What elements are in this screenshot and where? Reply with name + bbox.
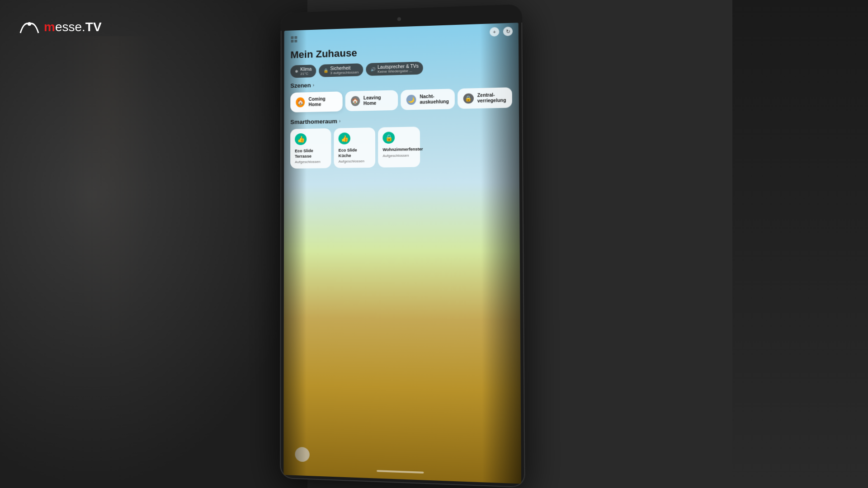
leaving-home-label: Leaving Home (363, 95, 392, 107)
chip-row: ❄ Klima 21°C 🔒 Sicherheit 3 aufgeschloss… (290, 59, 512, 78)
tablet-screen: + ↻ Mein Zuhause ❄ Klima 21°C (283, 23, 521, 483)
device-card-eco-slide-kueche[interactable]: 👍 Eco Slide Küche Aufgeschlossen (334, 127, 376, 168)
coming-home-label: Coming Home (308, 96, 337, 108)
background-right (732, 0, 868, 488)
chip-klima[interactable]: ❄ Klima 21°C (290, 65, 316, 78)
device-card-wohnzimmerfenster[interactable]: 🔒 Wohnzimmerfenster Aufgeschlossen (378, 127, 420, 168)
eco-slide-kueche-status: Aufgeschlossen (339, 159, 371, 164)
eco-slide-kueche-icon: 👍 (339, 132, 350, 145)
leaving-home-icon: 🏠 (350, 96, 359, 106)
eco-slide-terrasse-status: Aufgeschlossen (295, 160, 326, 164)
zentral-label: Zentral-verriegelung (477, 92, 506, 104)
chip-sicherheit[interactable]: 🔒 Sicherheit 3 aufgeschlossen (319, 63, 363, 77)
svg-point-0 (28, 22, 31, 26)
background-left (0, 0, 307, 488)
page-title: Mein Zuhause (290, 42, 512, 61)
grid-icon[interactable] (290, 36, 298, 44)
chip-sicherheit-sub: 3 aufgeschlossen (330, 70, 359, 75)
eco-slide-terrasse-name: Eco Slide Terrasse (295, 148, 326, 159)
logo-svg (16, 16, 43, 38)
home-button[interactable] (295, 447, 309, 462)
device-card-eco-slide-terrasse[interactable]: 👍 Eco Slide Terrasse Aufgeschlossen (290, 128, 331, 169)
zentral-icon: 🔒 (463, 94, 473, 104)
szenen-label-text: Szenen (290, 82, 311, 89)
chip-sicherheit-content: Sicherheit 3 aufgeschlossen (330, 65, 359, 75)
sicherheit-icon: 🔒 (323, 68, 328, 73)
eco-slide-terrasse-icon: 👍 (295, 133, 307, 145)
logo: messe.TV (16, 16, 102, 38)
logo-dot: . (82, 20, 85, 34)
scene-card-coming-home[interactable]: 🏠 Coming Home (290, 91, 342, 112)
svg-rect-4 (294, 40, 297, 42)
coming-home-icon: 🏠 (296, 97, 305, 107)
scene-row: 🏠 Coming Home 🏠 Leaving Home 🌙 Nacht-aus… (290, 87, 512, 113)
refresh-icon[interactable]: ↻ (503, 27, 513, 36)
svg-rect-2 (294, 36, 297, 39)
wohnzimmerfenster-icon: 🔒 (382, 131, 395, 144)
klima-icon: ❄ (295, 69, 298, 74)
eco-slide-kueche-name: Eco Slide Küche (339, 148, 371, 159)
chip-lautsprecher[interactable]: 🔊 Lautsprecher & TVs Keine Wiedergabe ..… (366, 61, 424, 76)
logo-esse: esse (55, 20, 82, 34)
logo-text: messe.TV (44, 20, 102, 34)
wohnzimmerfenster-name: Wohnzimmerfenster (382, 147, 415, 153)
svg-rect-3 (291, 40, 293, 42)
status-bar: + ↻ (490, 27, 513, 37)
chip-lautsprecher-sub: Keine Wiedergabe ... (377, 69, 419, 74)
chip-klima-sub: 21°C (300, 71, 311, 76)
smarthomeraum-chevron: › (339, 118, 340, 123)
scene-card-nacht[interactable]: 🌙 Nacht-auskuehlung (401, 89, 454, 110)
camera-dot (397, 17, 401, 21)
chip-klima-content: Klima 21°C (300, 66, 311, 76)
tablet-frame: + ↻ Mein Zuhause ❄ Klima 21°C (280, 4, 525, 488)
svg-rect-1 (291, 36, 293, 39)
logo-m: m (44, 20, 55, 34)
chip-lautsprecher-content: Lautsprecher & TVs Keine Wiedergabe ... (377, 64, 419, 74)
device-row: 👍 Eco Slide Terrasse Aufgeschlossen 👍 Ec… (290, 125, 513, 169)
smarthomeraum-section-label[interactable]: Smarthomeraum › (290, 114, 512, 126)
logo-tv: TV (85, 20, 102, 34)
lautsprecher-icon: 🔊 (371, 67, 376, 71)
szenen-chevron: › (313, 83, 314, 88)
plus-icon[interactable]: + (490, 27, 499, 37)
szenen-section-label[interactable]: Szenen › (290, 77, 512, 89)
nacht-icon: 🌙 (406, 95, 416, 105)
scene-card-leaving-home[interactable]: 🏠 Leaving Home (345, 90, 398, 111)
content-overlay: Mein Zuhause ❄ Klima 21°C 🔒 Sicherheit 3… (284, 23, 519, 174)
chip-klima-label: Klima (300, 66, 311, 72)
scene-card-zentral[interactable]: 🔒 Zentral-verriegelung (458, 87, 512, 109)
nacht-label: Nacht-auskuehlung (420, 94, 449, 105)
smarthomeraum-label-text: Smarthomeraum (290, 118, 337, 126)
wohnzimmerfenster-status: Aufgeschlossen (382, 153, 415, 158)
